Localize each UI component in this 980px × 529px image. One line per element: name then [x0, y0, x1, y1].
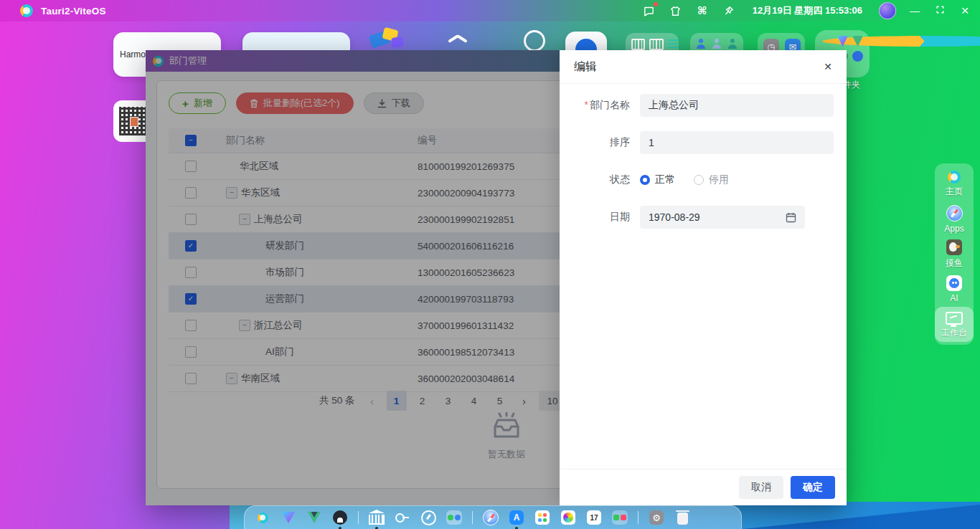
sidedock-workbench[interactable]: 工作台: [935, 307, 974, 342]
clock-datetime[interactable]: 12月19日 星期四 15:53:06: [753, 4, 862, 17]
theme-skin-icon[interactable]: [669, 4, 683, 18]
dock-chat-app-icon[interactable]: [446, 510, 462, 525]
system-bar: Tauri2-ViteOS ⌘ 12月19日 星期四 15:53:06 — ✕: [0, 0, 980, 22]
users-app-icon: [712, 39, 722, 49]
sidedock-ai[interactable]: AI: [935, 272, 974, 307]
circle-app-icon[interactable]: [524, 30, 545, 52]
sidedock-moyu[interactable]: 摸鱼: [935, 237, 974, 272]
side-dock: 主页 Apps 摸鱼 AI 工作台: [935, 163, 974, 345]
tauri-logo-icon[interactable]: [20, 4, 33, 17]
sort-label: 排序: [573, 136, 630, 149]
cancel-button[interactable]: 取消: [739, 476, 783, 499]
drawer-close-icon[interactable]: ✕: [824, 61, 832, 72]
org-app-icon: [727, 39, 738, 49]
home-tauri-icon: [948, 171, 961, 184]
status-radio-normal[interactable]: 正常: [640, 173, 675, 186]
minimize-button[interactable]: —: [908, 5, 921, 16]
dock-appstore-icon[interactable]: A: [509, 510, 524, 525]
date-label: 日期: [573, 211, 630, 224]
dock-tauri-icon[interactable]: [255, 510, 270, 525]
edit-form: *部门名称 上海总公司 排序 1 状态 正常 停用 日期 1970: [560, 84, 847, 229]
drawer-header: 编辑 ✕: [560, 50, 847, 84]
dock-divider: [358, 511, 359, 524]
required-asterisk: *: [585, 99, 588, 110]
compass-icon: [946, 205, 963, 221]
notification-badge: [654, 2, 658, 6]
dock-divider: [472, 511, 473, 524]
status-label: 状态: [573, 173, 630, 186]
bottom-dock: A 17 ⚙: [244, 505, 742, 529]
dock-key-app-icon[interactable]: [395, 510, 410, 525]
duck-icon: [946, 239, 962, 255]
dept-name-input[interactable]: 上海总公司: [640, 94, 834, 117]
dept-name-label: *部门名称: [573, 99, 630, 112]
qr-code-icon: [119, 107, 148, 135]
dock-stickies-icon[interactable]: [534, 510, 550, 525]
date-picker-input[interactable]: 1970-08-29: [640, 206, 805, 229]
list-app-icon: [668, 39, 679, 48]
close-button[interactable]: ✕: [958, 5, 971, 16]
dock-vue-icon[interactable]: [306, 510, 322, 525]
drawer-footer: 取消 确定: [560, 469, 847, 505]
dock-bank-app-icon[interactable]: [369, 510, 385, 525]
table-app-icon: [649, 39, 663, 50]
dock-divider: [638, 511, 639, 524]
dock-media-icon[interactable]: [612, 510, 628, 525]
dock-calendar-icon[interactable]: 17: [586, 510, 602, 525]
pin-icon[interactable]: [722, 4, 736, 18]
chevron-up-icon[interactable]: [448, 34, 468, 44]
table-app-icon: [631, 39, 645, 50]
command-icon[interactable]: ⌘: [695, 4, 710, 18]
ai-robot-icon: [946, 275, 962, 291]
sidedock-apps[interactable]: Apps: [935, 201, 974, 237]
dock-github-icon[interactable]: [332, 510, 348, 525]
dock-settings-icon[interactable]: ⚙: [649, 510, 664, 525]
dock-vite-icon[interactable]: [281, 510, 296, 525]
notifications-icon[interactable]: [642, 4, 656, 18]
dock-trash-icon[interactable]: [674, 510, 690, 525]
sort-input[interactable]: 1: [640, 131, 834, 154]
calendar-icon: [786, 212, 796, 223]
edit-drawer: 编辑 ✕ *部门名称 上海总公司 排序 1 状态 正常 停用: [560, 50, 847, 505]
fullscreen-button[interactable]: [933, 5, 946, 16]
folder-mini-app-icon: [852, 51, 863, 62]
system-title: Tauri2-ViteOS: [41, 6, 106, 16]
radio-selected-icon: [640, 175, 650, 185]
drawer-title: 编辑: [574, 59, 597, 75]
user-app-icon: [696, 39, 706, 49]
dock-photos-icon[interactable]: [560, 510, 576, 525]
sidedock-home[interactable]: 主页: [935, 166, 974, 201]
status-radio-disabled[interactable]: 停用: [694, 173, 729, 186]
confirm-button[interactable]: 确定: [791, 476, 835, 499]
dock-gauge-app-icon[interactable]: [420, 510, 436, 525]
dock-safari-icon[interactable]: [483, 510, 499, 525]
radio-unselected-icon: [694, 175, 704, 185]
status-radio-group: 正常 停用: [640, 173, 748, 186]
monitor-icon: [946, 312, 963, 325]
user-avatar[interactable]: [879, 2, 896, 19]
